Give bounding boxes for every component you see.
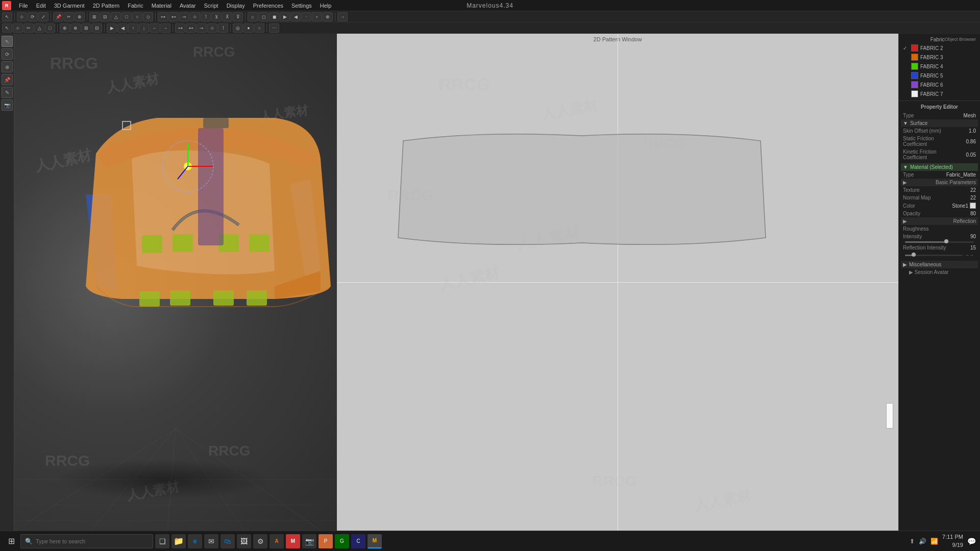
tool-b1[interactable]: ⊞ <box>89 12 100 21</box>
tool2d-4[interactable]: △ <box>34 23 44 33</box>
menu-avatar[interactable]: Avatar <box>176 2 200 10</box>
tool2d-15[interactable]: → <box>160 23 170 33</box>
tool-b16[interactable]: ◻ <box>258 12 268 21</box>
tool-seam[interactable]: ✂ <box>64 12 74 21</box>
tool-arrow[interactable]: → <box>337 12 348 21</box>
tool-b11[interactable]: ⊺ <box>201 12 211 21</box>
reflection-thumb[interactable] <box>912 253 916 257</box>
tool-b4[interactable]: □ <box>121 12 132 21</box>
app-icon-6[interactable]: C <box>351 534 365 548</box>
mail-icon[interactable]: ✉ <box>204 534 218 548</box>
app-icon-5[interactable]: G <box>335 534 349 548</box>
pattern-content[interactable]: RRCG 人人素材 RRCG 人人素材 RRCG 人人素材 RRCG 人人素材 <box>337 34 898 531</box>
tool2d-16[interactable]: ⊶ <box>175 23 185 33</box>
tool-b19[interactable]: ◀ <box>290 12 301 21</box>
menu-display[interactable]: Display <box>223 2 249 10</box>
tool2d-24[interactable]: ⋯ <box>269 23 279 33</box>
tool2d-11[interactable]: ◀ <box>117 23 128 33</box>
side-tool-select[interactable]: ↖ <box>2 36 13 47</box>
tool-b13[interactable]: ⊼ <box>222 12 232 21</box>
fabric-item-2[interactable]: FABRIC 3 <box>901 53 978 62</box>
task-view-button[interactable]: ❑ <box>155 534 169 548</box>
viewport-3d[interactable]: RRCG 人人素材 RRCG 人人素材 RRCG 人人素材 RRCG 人人素材 <box>14 34 337 531</box>
side-tool-move[interactable]: ⊕ <box>2 61 13 72</box>
prop-surface-header[interactable]: ▼ Surface <box>901 119 978 127</box>
tool2d-10[interactable]: ▶ <box>107 23 117 33</box>
tool-b20[interactable]: ⋅ <box>301 12 311 21</box>
tool-b6[interactable]: ◇ <box>143 12 153 21</box>
menu-script[interactable]: Script <box>201 2 222 10</box>
tool-b9[interactable]: ⊸ <box>179 12 189 21</box>
menu-material[interactable]: Material <box>148 2 175 10</box>
start-button[interactable]: ⊞ <box>4 534 18 548</box>
tool2d-14[interactable]: ← <box>150 23 160 33</box>
side-tool-camera[interactable]: 📷 <box>2 99 13 111</box>
store-icon[interactable]: 🛍 <box>220 534 235 548</box>
tool2d-3[interactable]: ✂ <box>23 23 34 33</box>
tool2d-2[interactable]: ⊹ <box>13 23 23 33</box>
tool-b21[interactable]: ⋆ <box>312 12 322 21</box>
file-explorer-icon[interactable]: 📁 <box>172 534 186 548</box>
settings-icon[interactable]: ⚙ <box>253 534 267 548</box>
tool-move[interactable]: ⊹ <box>17 12 27 21</box>
color-swatch[interactable] <box>970 203 976 209</box>
tool2d-7[interactable]: ⊗ <box>70 23 81 33</box>
tool2d-22[interactable]: ● <box>243 23 254 33</box>
tool2d-8[interactable]: ⊞ <box>81 23 91 33</box>
prop-reflection-header[interactable]: ▶ Reflection <box>901 217 978 225</box>
menu-preferences[interactable]: Preferences <box>250 2 287 10</box>
tool-b22[interactable]: ⊗ <box>323 12 333 21</box>
tool2d-13[interactable]: ↓ <box>139 23 149 33</box>
tool2d-5[interactable]: □ <box>45 23 55 33</box>
menu-fabric[interactable]: Fabric <box>124 2 147 10</box>
menu-file[interactable]: File <box>15 2 32 10</box>
side-tool-pin[interactable]: 📌 <box>2 74 13 85</box>
tool-b14[interactable]: ⊽ <box>233 12 243 21</box>
fabric-item-4[interactable]: FABRIC 5 <box>901 71 978 80</box>
menu-edit[interactable]: Edit <box>33 2 50 10</box>
tool-b10[interactable]: ⊹ <box>190 12 200 21</box>
system-clock[interactable]: 7:11 PM 9/19 <box>942 533 963 549</box>
tool-b8[interactable]: ⊷ <box>168 12 179 21</box>
prop-basic-params[interactable]: ▶ Basic Parameters <box>901 179 978 186</box>
tool2d-21[interactable]: ◎ <box>233 23 243 33</box>
menu-settings[interactable]: Settings <box>288 2 315 10</box>
tool-b2[interactable]: ⊟ <box>100 12 110 21</box>
roughness-thumb[interactable] <box>944 239 948 243</box>
tool2d-9[interactable]: ⊟ <box>92 23 102 33</box>
photos-icon[interactable]: 🖼 <box>237 534 251 548</box>
tool-b12[interactable]: ⊻ <box>211 12 222 21</box>
menu-3dgarment[interactable]: 3D Garment <box>51 2 88 10</box>
fabric-item-6[interactable]: FABRIC 7 <box>901 89 978 98</box>
reflection-track[interactable] <box>905 255 963 256</box>
tool-scale[interactable]: ⤢ <box>38 12 48 21</box>
app-icon-1[interactable]: A <box>270 534 284 548</box>
prop-misc-header[interactable]: ▶ Miscellaneous <box>901 261 978 268</box>
fabric-item-1[interactable]: ✓ FABRIC 2 <box>901 43 978 53</box>
tool-b5[interactable]: ○ <box>132 12 142 21</box>
search-box[interactable]: 🔍 <box>20 534 153 548</box>
tool-b7[interactable]: ⊶ <box>158 12 168 21</box>
tool-pin[interactable]: 📌 <box>53 12 63 21</box>
tool2d-1[interactable]: ↖ <box>2 23 12 33</box>
tool2d-20[interactable]: ⊺ <box>218 23 228 33</box>
tool-select[interactable]: ↖ <box>2 12 12 21</box>
app-icon-4[interactable]: P <box>318 534 333 548</box>
tool-rotate[interactable]: ⟳ <box>28 12 38 21</box>
prop-material-header[interactable]: ▼ Material (Selected) <box>901 163 978 171</box>
app-icon-2[interactable]: M <box>286 534 300 548</box>
side-tool-rotate[interactable]: ⟳ <box>2 48 13 60</box>
tool-b17[interactable]: ◼ <box>269 12 279 21</box>
marvelous-icon[interactable]: M <box>368 534 382 548</box>
fabric-item-3[interactable]: FABRIC 4 <box>901 62 978 71</box>
menu-2dpattern[interactable]: 2D Pattern <box>89 2 124 10</box>
tool2d-6[interactable]: ⊕ <box>60 23 70 33</box>
menu-help[interactable]: Help <box>316 2 335 10</box>
roughness-track[interactable] <box>905 241 974 243</box>
tool2d-18[interactable]: ⊸ <box>197 23 207 33</box>
tool2d-19[interactable]: ⊹ <box>207 23 217 33</box>
notification-icon[interactable]: 💬 <box>967 537 976 545</box>
app-icon-3[interactable]: 📷 <box>302 534 316 548</box>
tool-b3[interactable]: △ <box>111 12 121 21</box>
edge-icon[interactable]: e <box>188 534 202 548</box>
